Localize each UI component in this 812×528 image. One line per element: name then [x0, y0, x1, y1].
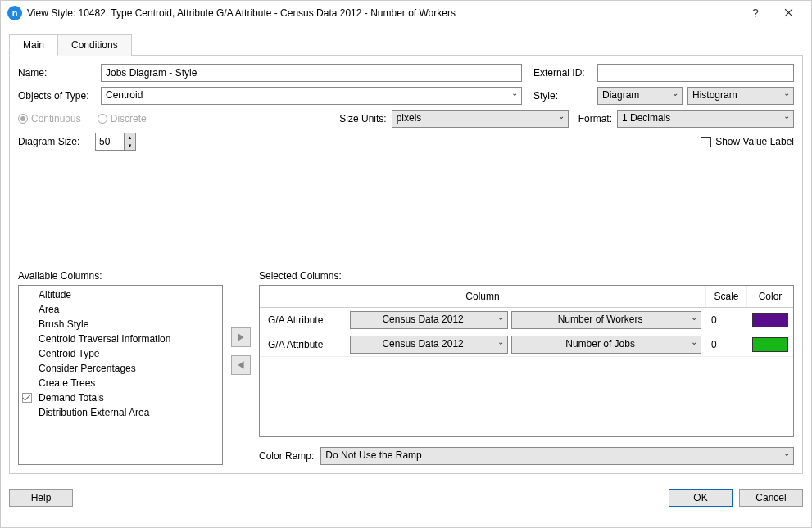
main-panel: Name: External ID: Objects of Type: Cent…: [9, 56, 803, 474]
row-census-combo[interactable]: Census Data 2012: [350, 336, 508, 354]
objects-combo[interactable]: Centroid: [101, 87, 522, 105]
list-item-label: Altitude: [39, 289, 71, 300]
size-units-combo[interactable]: pixels: [392, 110, 569, 128]
show-value-label-checkbox[interactable]: Show Value Label: [701, 136, 794, 147]
list-item-label: Brush Style: [39, 318, 88, 330]
diagram-size-input[interactable]: [96, 133, 124, 150]
objects-label: Objects of Type:: [18, 90, 96, 102]
externalid-label: External ID:: [533, 67, 592, 79]
row-column-name: G/A Attribute: [265, 314, 347, 326]
move-left-button[interactable]: [231, 355, 251, 375]
list-item[interactable]: Centroid Traversal Information: [20, 332, 220, 346]
style-sub-combo[interactable]: Histogram: [687, 87, 794, 105]
row-color-swatch[interactable]: [752, 337, 788, 352]
table-row: G/A AttributeCensus Data 2012Number of J…: [260, 332, 793, 357]
selected-columns-grid: Column Scale Color G/A AttributeCensus D…: [259, 285, 794, 437]
row-color-swatch[interactable]: [752, 313, 788, 327]
dialog-footer: Help OK Cancel: [1, 482, 811, 513]
list-item-label: Area: [39, 304, 59, 315]
row-column-name: G/A Attribute: [265, 339, 347, 350]
discrete-radio: Discrete: [98, 113, 147, 124]
diagram-size-spinner[interactable]: ▲ ▼: [95, 133, 136, 151]
available-columns-list[interactable]: AltitudeAreaBrush StyleCentroid Traversa…: [18, 285, 223, 465]
grid-header-column: Column: [260, 286, 706, 307]
table-row: G/A AttributeCensus Data 2012Number of W…: [260, 308, 793, 332]
style-label: Style:: [533, 90, 592, 102]
ok-button[interactable]: OK: [669, 489, 733, 507]
tab-main[interactable]: Main: [9, 34, 58, 56]
titlebar: n View Style: 10482, Type Centroid, Attr…: [1, 1, 811, 25]
row-scale-value[interactable]: 0: [706, 314, 747, 326]
size-units-label: Size Units:: [339, 113, 386, 124]
selected-columns-label: Selected Columns:: [259, 270, 794, 282]
move-right-button[interactable]: [231, 327, 251, 347]
color-ramp-label: Color Ramp:: [259, 450, 314, 462]
list-item-label: Consider Percentages: [39, 363, 136, 374]
row-attribute-combo[interactable]: Number of Jobs: [511, 336, 701, 354]
name-label: Name:: [18, 67, 96, 79]
help-button[interactable]: Help: [9, 489, 73, 507]
tab-strip: Main Conditions: [9, 34, 803, 56]
list-item-label: Centroid Traversal Information: [39, 333, 170, 345]
app-icon: n: [7, 6, 22, 20]
row-attribute-combo[interactable]: Number of Workers: [511, 311, 701, 329]
format-combo[interactable]: 1 Decimals: [617, 110, 794, 128]
diagram-size-label: Diagram Size:: [18, 136, 90, 147]
help-question-icon[interactable]: ?: [739, 3, 772, 23]
grid-header-scale: Scale: [706, 286, 747, 307]
list-item[interactable]: Altitude: [20, 287, 220, 302]
row-scale-value[interactable]: 0: [706, 339, 747, 350]
list-item-label: Distribution External Area: [39, 407, 149, 418]
spinner-down-icon[interactable]: ▼: [125, 142, 135, 151]
tab-conditions[interactable]: Conditions: [57, 34, 132, 56]
continuous-radio: Continuous: [18, 113, 81, 124]
available-columns-label: Available Columns:: [18, 270, 223, 282]
color-ramp-combo[interactable]: Do Not Use the Ramp: [320, 447, 794, 465]
list-item[interactable]: Consider Percentages: [20, 361, 220, 376]
row-census-combo[interactable]: Census Data 2012: [350, 311, 508, 329]
window-title: View Style: 10482, Type Centroid, Attrib…: [27, 7, 739, 19]
format-label: Format:: [578, 113, 612, 124]
externalid-input[interactable]: [597, 64, 794, 82]
list-item[interactable]: Distribution External Area: [20, 405, 220, 420]
name-input[interactable]: [101, 64, 522, 82]
list-item[interactable]: Create Trees: [20, 376, 220, 390]
list-item[interactable]: Brush Style: [20, 317, 220, 332]
check-icon: [22, 393, 32, 403]
spinner-up-icon[interactable]: ▲: [125, 133, 135, 142]
list-item-label: Create Trees: [39, 377, 95, 389]
grid-header-color: Color: [747, 286, 793, 307]
list-item[interactable]: Demand Totals: [20, 390, 220, 405]
list-item[interactable]: Centroid Type: [20, 346, 220, 361]
list-item-label: Demand Totals: [39, 392, 104, 404]
cancel-button[interactable]: Cancel: [739, 489, 803, 507]
list-item-label: Centroid Type: [39, 348, 100, 359]
close-icon[interactable]: [772, 3, 805, 23]
style-combo[interactable]: Diagram: [597, 87, 683, 105]
list-item[interactable]: Area: [20, 302, 220, 317]
